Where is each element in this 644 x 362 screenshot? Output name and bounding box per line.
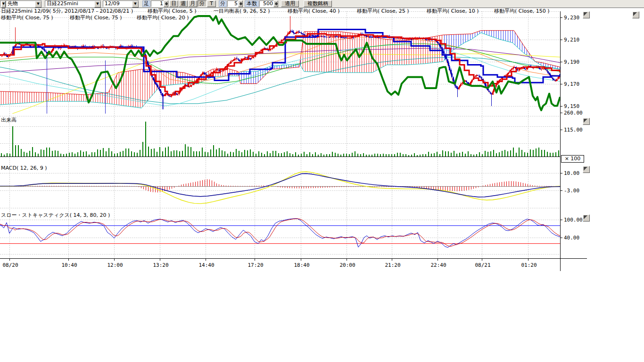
bar-count-field[interactable]: 1: [151, 0, 165, 7]
svg-text:9,150: 9,150: [564, 103, 579, 109]
chevron-down-icon[interactable]: ▼: [35, 1, 41, 8]
bar-count-spinner[interactable]: [164, 0, 168, 7]
svg-text:08/21: 08/21: [475, 262, 490, 268]
svg-text:08/20: 08/20: [2, 262, 18, 268]
svg-text:9,170: 9,170: [564, 81, 579, 87]
symbol-value: 日経225mini: [47, 0, 78, 7]
legend-row-2: 移動平均( Close, 75 )移動平均( Close, 75 )移動平均( …: [0, 14, 585, 21]
legend-item: 移動平均( Close, 25 ): [357, 8, 409, 15]
chevron-down-icon[interactable]: ▼: [132, 1, 139, 8]
chart-canvas[interactable]: 9,2309,2109,1909,1709,150260.00115.0010.…: [0, 0, 644, 362]
svg-text:20:00: 20:00: [339, 262, 355, 268]
svg-text:21:20: 21:20: [385, 262, 400, 268]
legend-item: 移動平均( Close, 75 ): [1, 14, 53, 21]
svg-text:17:20: 17:20: [248, 262, 263, 268]
symbol-select[interactable]: 日経225mini ▼: [45, 0, 101, 7]
svg-text:-3.00: -3.00: [564, 188, 579, 194]
multi-symbol-button[interactable]: 複数銘柄: [304, 0, 332, 7]
panel-scroll-button[interactable]: [583, 166, 590, 173]
macd-panel-label: MACD( 12, 26, 9 ): [1, 165, 47, 171]
svg-text:22:40: 22:40: [430, 262, 446, 268]
count-label: 本数: [245, 0, 259, 7]
svg-text:260.00: 260.00: [564, 110, 583, 116]
count-spinner[interactable]: [273, 0, 278, 7]
interval-month-button[interactable]: 月: [188, 0, 197, 7]
category-value: 先物: [8, 0, 18, 7]
legend-item: 日経225mini 12/09( 5分, 2012/08/17 - 2012/0…: [1, 8, 133, 15]
panel-scroll-button[interactable]: [583, 214, 590, 222]
legend-item: 移動平均( Close, 5 ): [148, 8, 197, 15]
interval-tick-button[interactable]: T: [207, 0, 216, 7]
chart-application-window: 9,2309,2109,1909,1709,150260.00115.0010.…: [0, 0, 644, 362]
legend-row-1: 日経225mini 12/09( 5分, 2012/08/17 - 2012/0…: [0, 8, 585, 14]
panel-scroll-button[interactable]: [583, 11, 590, 18]
svg-text:12:00: 12:00: [107, 262, 123, 268]
interval-week-button[interactable]: 週: [179, 0, 188, 7]
legend-item: 移動平均( Close, 10 ): [427, 8, 479, 15]
svg-text:115.00: 115.00: [564, 127, 583, 133]
category-select[interactable]: 先物 ▼: [6, 0, 42, 7]
legend-item: 移動平均( Close, 20 ): [137, 14, 189, 21]
svg-text:9,210: 9,210: [564, 37, 579, 43]
svg-text:40.00: 40.00: [564, 235, 579, 241]
svg-text:9,190: 9,190: [564, 59, 579, 65]
volume-panel-label: 出来高: [1, 116, 17, 123]
panel-scroll-button[interactable]: [632, 11, 639, 18]
legend-item: 移動平均( Close, 150 ): [494, 8, 550, 15]
volume-multiplier-badge: × 100: [561, 155, 584, 163]
svg-text:10:40: 10:40: [61, 262, 77, 268]
legend-item: 一目均衡表( 9, 26, 52 ): [214, 8, 270, 15]
chevron-down-icon[interactable]: ▼: [1, 1, 6, 8]
svg-text:13:20: 13:20: [153, 262, 168, 268]
minute-spinner[interactable]: [238, 0, 243, 7]
svg-text:01:20: 01:20: [521, 262, 537, 268]
bar-type-label: 足: [142, 0, 150, 7]
stoch-panel-label: スロー・ストキャスティクス( 14, 3, 80, 20 ): [1, 212, 110, 219]
apply-button[interactable]: 適用: [281, 0, 299, 7]
toolbar: ▼ 先物 ▼ 日経225mini ▼ 12/09 ▼ 足 1 日 週 月 分 T…: [0, 0, 644, 8]
minute-label: 分: [219, 0, 227, 7]
interval-day-button[interactable]: 日: [169, 0, 178, 7]
contract-select[interactable]: 12/09 ▼: [103, 0, 139, 7]
contract-value: 12/09: [105, 0, 120, 7]
legend-item: 移動平均( Close, 40 ): [288, 8, 340, 15]
panel-scroll-button[interactable]: [583, 118, 590, 125]
count-value-field[interactable]: 500: [259, 0, 274, 7]
minute-value-field[interactable]: 5: [227, 0, 239, 7]
chevron-down-icon[interactable]: ▼: [94, 1, 101, 8]
svg-text:18:40: 18:40: [294, 262, 309, 268]
svg-text:10.00: 10.00: [564, 170, 579, 176]
interval-minute-button[interactable]: 分: [198, 0, 206, 7]
svg-text:14:40: 14:40: [198, 262, 214, 268]
legend-item: 移動平均( Close, 75 ): [70, 14, 122, 21]
svg-text:100.00: 100.00: [564, 217, 583, 223]
